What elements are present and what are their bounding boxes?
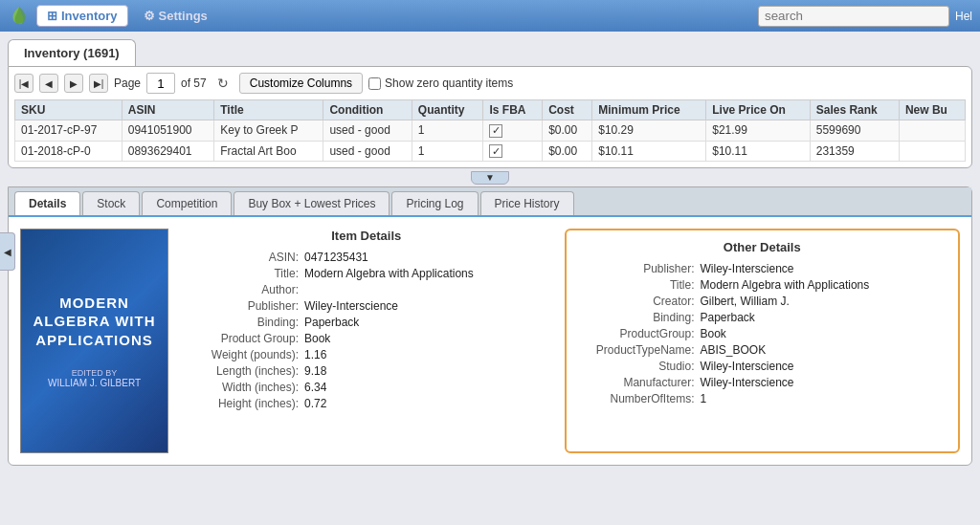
cell-cost: $0.00 [543, 141, 592, 162]
tab-competition[interactable]: Competition [142, 191, 232, 215]
table-row[interactable]: 01-2018-cP-0 0893629401 Fractal Art Boo … [15, 141, 966, 162]
search-input[interactable] [758, 6, 949, 27]
prev-page-button[interactable]: ◀ [39, 74, 58, 93]
other-binding-row: Binding: Paperback [576, 311, 949, 324]
inventory-nav-button[interactable]: ⊞ Inventory [36, 5, 128, 27]
item-binding-label: Binding: [180, 316, 304, 329]
show-zero-quantity-checkbox-label[interactable]: Show zero quantity items [368, 77, 513, 90]
other-binding-value: Paperback [701, 311, 755, 324]
item-length-value: 9.18 [304, 364, 326, 378]
cell-live-price: $10.11 [706, 141, 811, 162]
cell-sku: 01-2018-cP-0 [15, 141, 122, 162]
cell-min-price: $10.29 [592, 120, 706, 142]
book-edited-by: EDITED BY [72, 368, 118, 378]
cell-title: Fractal Art Boo [214, 141, 323, 162]
settings-nav-button[interactable]: ⚙ Settings [134, 6, 217, 26]
item-height-label: Height (inches): [180, 397, 304, 410]
table-header-row: SKU ASIN Title Condition Quantity Is FBA… [15, 100, 966, 120]
other-title-label: Title: [576, 278, 701, 292]
top-navigation-bar: ⊞ Inventory ⚙ Settings Hel [0, 0, 980, 32]
item-product-group-row: Product Group: Book [180, 332, 553, 345]
item-binding-row: Binding: Paperback [180, 316, 553, 329]
first-page-button[interactable]: |◀ [14, 74, 33, 93]
inventory-tab-header[interactable]: Inventory (1691) [8, 39, 136, 66]
cell-is-fba: ✓ [483, 141, 543, 162]
item-publisher-value: Wiley-Interscience [304, 299, 398, 313]
collapse-button[interactable]: ▼ [471, 171, 509, 185]
search-area: Hel [758, 6, 972, 27]
show-zero-label: Show zero quantity items [385, 77, 513, 90]
cell-title: Key to Greek P [214, 120, 323, 142]
other-creator-row: Creator: Gilbert, William J. [576, 295, 949, 308]
other-studio-value: Wiley-Interscience [701, 360, 794, 373]
left-collapse-button[interactable]: ◀ [0, 232, 15, 271]
item-height-value: 0.72 [304, 397, 326, 410]
cell-new-bu [899, 120, 965, 142]
item-width-label: Width (inches): [180, 381, 304, 394]
next-page-button[interactable]: ▶ [64, 74, 83, 93]
book-cover-image: MODERN ALGEBRA WITH APPLICATIONS EDITED … [20, 229, 168, 453]
other-publisher-value: Wiley-Interscience [701, 262, 794, 275]
item-width-row: Width (inches): 6.34 [180, 381, 553, 394]
item-weight-label: Weight (pounds): [180, 348, 304, 361]
item-asin-label: ASIN: [180, 251, 304, 264]
cell-asin: 0893629401 [122, 141, 213, 162]
other-creator-label: Creator: [576, 295, 701, 308]
other-product-group-label: ProductGroup: [576, 327, 701, 340]
tab-price-history[interactable]: Price History [480, 191, 574, 215]
item-title-row: Title: Modern Algebra with Applications [180, 267, 553, 280]
col-title: Title [214, 100, 323, 120]
tab-buy-box-lowest-prices[interactable]: Buy Box + Lowest Prices [234, 191, 390, 215]
help-link[interactable]: Hel [955, 10, 972, 23]
other-number-of-items-label: NumberOfItems: [576, 392, 701, 405]
other-studio-label: Studio: [576, 360, 701, 373]
item-product-group-value: Book [304, 332, 330, 345]
details-tabs: Details Stock Competition Buy Box + Lowe… [9, 187, 971, 217]
page-input[interactable] [146, 73, 175, 94]
tab-details[interactable]: Details [14, 191, 80, 215]
other-publisher-row: Publisher: Wiley-Interscience [576, 262, 949, 275]
cell-condition: used - good [323, 120, 412, 142]
show-zero-quantity-checkbox[interactable] [368, 77, 381, 90]
cell-sales-rank: 5599690 [810, 120, 899, 142]
cell-sku: 01-2017-cP-97 [15, 120, 122, 142]
col-cost: Cost [543, 100, 592, 120]
cell-condition: used - good [323, 141, 412, 162]
table-row[interactable]: 01-2017-cP-97 0941051900 Key to Greek P … [15, 120, 966, 142]
other-number-of-items-row: NumberOfItems: 1 [576, 392, 949, 405]
item-publisher-row: Publisher: Wiley-Interscience [180, 299, 553, 313]
refresh-button[interactable]: ↻ [212, 73, 234, 94]
cell-is-fba: ✓ [483, 120, 543, 142]
cell-quantity: 1 [412, 120, 483, 142]
col-asin: ASIN [122, 100, 213, 120]
other-manufacturer-value: Wiley-Interscience [701, 376, 794, 389]
col-live-price: Live Price On [706, 100, 811, 120]
tab-stock[interactable]: Stock [82, 191, 140, 215]
other-binding-label: Binding: [576, 311, 701, 324]
col-condition: Condition [323, 100, 412, 120]
cell-asin: 0941051900 [122, 120, 213, 142]
item-weight-row: Weight (pounds): 1.16 [180, 348, 553, 361]
item-asin-value: 0471235431 [304, 251, 368, 264]
col-quantity: Quantity [412, 100, 483, 120]
col-minimum-price: Minimum Price [592, 100, 706, 120]
col-new-bu: New Bu [899, 100, 965, 120]
other-product-type-value: ABIS_BOOK [701, 343, 767, 357]
cell-new-bu [899, 141, 965, 162]
book-title-line3: APPLICATIONS [35, 331, 153, 350]
inventory-table-body: 01-2017-cP-97 0941051900 Key to Greek P … [15, 120, 966, 162]
tab-pricing-log[interactable]: Pricing Log [391, 191, 478, 215]
col-is-fba: Is FBA [483, 100, 543, 120]
item-publisher-label: Publisher: [180, 299, 304, 313]
cell-min-price: $10.11 [592, 141, 706, 162]
customize-columns-button[interactable]: Customize Columns [239, 73, 363, 94]
details-content: MODERN ALGEBRA WITH APPLICATIONS EDITED … [9, 217, 971, 465]
other-studio-row: Studio: Wiley-Interscience [576, 360, 949, 373]
cell-cost: $0.00 [543, 120, 592, 142]
item-asin-row: ASIN: 0471235431 [180, 251, 553, 264]
item-title-label: Title: [180, 267, 304, 280]
other-creator-value: Gilbert, William J. [701, 295, 790, 308]
details-section: Details Stock Competition Buy Box + Lowe… [8, 186, 972, 466]
other-product-group-value: Book [701, 327, 726, 340]
last-page-button[interactable]: ▶| [89, 74, 108, 93]
